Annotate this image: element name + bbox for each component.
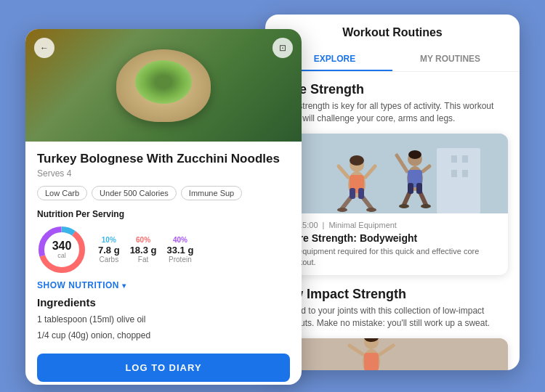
low-impact-title: Low Impact Strength: [277, 287, 508, 302]
svg-rect-40: [364, 353, 379, 370]
fat-value: 18.3 g: [130, 245, 157, 256]
workout-header: Workout Routines EXPLORE MY ROUTINES: [265, 15, 520, 72]
carbs-name: Carbs: [98, 256, 120, 264]
back-icon: ←: [40, 43, 49, 53]
recipe-image: ← ⊡: [25, 29, 302, 142]
nutrition-row: 340 cal 10% 7.8 g Carbs 60% 18.3 g: [37, 225, 290, 274]
svg-rect-6: [451, 155, 457, 163]
svg-rect-33: [416, 183, 422, 194]
macro-fat: 60% 18.3 g Fat: [130, 236, 157, 264]
core-strength-desc: Core strength is key for all types of ac…: [277, 100, 508, 125]
svg-rect-20: [350, 188, 355, 199]
bookmark-button[interactable]: ⊡: [272, 38, 293, 58]
tag-calories[interactable]: Under 500 Calories: [92, 186, 177, 200]
svg-point-24: [408, 150, 421, 159]
bookmark-icon: ⊡: [279, 43, 286, 53]
ingredient-2: 1/4 cup (40g) onion, chopped: [37, 330, 290, 342]
recipe-serves: Serves 4: [37, 168, 290, 179]
chevron-down-icon: ▾: [122, 282, 126, 290]
protein-name: Protein: [166, 256, 193, 264]
svg-rect-7: [462, 155, 468, 163]
svg-rect-34: [277, 338, 508, 370]
core-card-image: [277, 134, 508, 213]
protein-value: 33.1 g: [166, 245, 193, 256]
tags-row: Low Carb Under 500 Calories Immune Sup: [37, 186, 290, 200]
workout-header-title: Workout Routines: [277, 26, 508, 39]
svg-point-18: [366, 208, 376, 212]
nutrition-label: Nutrition Per Serving: [37, 209, 290, 219]
core-card-meta: ⏱ 15:00 | Minimal Equipment: [286, 221, 499, 229]
ingredient-1: 1 tablespoon (15ml) olive oil: [37, 314, 290, 326]
svg-rect-5: [437, 148, 480, 213]
core-card-info: ⏱ 15:00 | Minimal Equipment Core Strengt…: [277, 213, 508, 276]
core-card-desc: No equipment required for this quick and…: [286, 246, 499, 269]
low-impact-card[interactable]: [277, 338, 508, 370]
calorie-center: 340 cal: [52, 240, 72, 259]
calorie-label: cal: [52, 252, 72, 259]
nutrition-section: Nutrition Per Serving: [37, 209, 290, 274]
protein-pct: 40%: [166, 236, 193, 244]
recipe-panel: ← ⊡ Turkey Bolognese With Zucchini Noodl…: [25, 29, 302, 385]
svg-point-30: [421, 204, 431, 208]
macro-carbs: 10% 7.8 g Carbs: [98, 236, 120, 264]
fat-pct: 60%: [130, 236, 157, 244]
ingredients-section: Ingredients 1 tablespoon (15ml) olive oi…: [37, 296, 290, 341]
workout-panel: Workout Routines EXPLORE MY ROUTINES Cor…: [265, 15, 520, 370]
tab-my-routines[interactable]: MY ROUTINES: [392, 48, 508, 71]
show-nutrition-toggle[interactable]: SHOW NUTRITION ▾: [37, 280, 290, 290]
svg-point-12: [350, 155, 364, 166]
low-impact-desc: Be kind to your joints with this collect…: [277, 305, 508, 330]
svg-rect-32: [408, 183, 413, 194]
core-strength-title: Core Strength: [277, 82, 508, 97]
core-card-title: Core Strength: Bodyweight: [286, 232, 499, 244]
svg-point-17: [337, 208, 347, 212]
svg-rect-8: [451, 170, 457, 177]
meta-separator: |: [323, 221, 325, 229]
recipe-title: Turkey Bolognese With Zucchini Noodles: [37, 152, 290, 166]
show-nutrition-label: SHOW NUTRITION: [37, 280, 119, 290]
log-diary-button[interactable]: LOG TO DIARY: [37, 354, 290, 382]
core-strength-card[interactable]: ⏱ 15:00 | Minimal Equipment Core Strengt…: [277, 134, 508, 276]
workout-tabs: EXPLORE MY ROUTINES: [277, 48, 508, 71]
ingredients-title: Ingredients: [37, 296, 290, 309]
svg-rect-9: [462, 170, 468, 177]
tag-low-carb[interactable]: Low Carb: [37, 186, 87, 200]
workout-content: Core Strength Core strength is key for a…: [265, 72, 520, 370]
macro-items: 10% 7.8 g Carbs 60% 18.3 g Fat 40% 33.1 …: [98, 236, 193, 264]
fat-name: Fat: [130, 256, 157, 264]
calorie-value: 340: [52, 240, 72, 252]
macro-protein: 40% 33.1 g Protein: [166, 236, 193, 264]
svg-point-29: [399, 204, 409, 208]
food-image: [116, 49, 211, 122]
calorie-donut: 340 cal: [37, 225, 86, 274]
carbs-value: 7.8 g: [98, 245, 120, 256]
recipe-content: Turkey Bolognese With Zucchini Noodles S…: [25, 142, 302, 385]
tag-immune[interactable]: Immune Sup: [181, 186, 242, 200]
svg-rect-21: [358, 188, 364, 199]
low-card-image: [277, 338, 508, 370]
core-equipment: Minimal Equipment: [328, 221, 397, 229]
back-button[interactable]: ←: [34, 38, 54, 58]
low-impact-section: Low Impact Strength Be kind to your join…: [277, 287, 508, 370]
carbs-pct: 10%: [98, 236, 120, 244]
